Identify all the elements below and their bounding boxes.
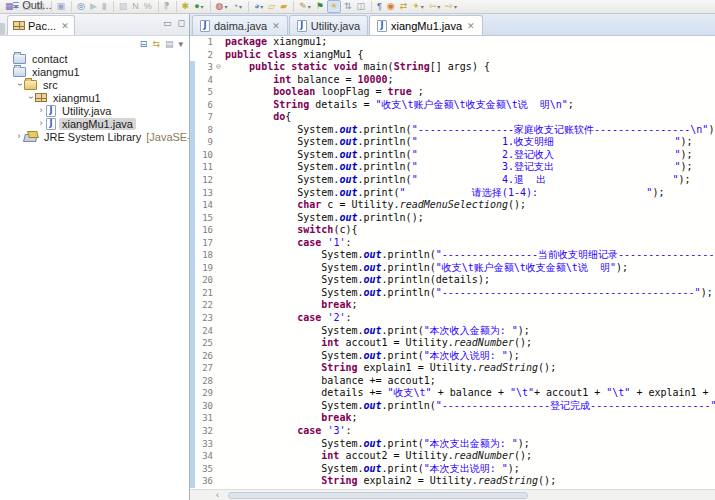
code-line[interactable]: 35 System.out.print("本次支出说明: "); [190, 463, 715, 476]
filters-icon[interactable]: ▤ [165, 39, 174, 49]
line-number[interactable]: 17 [195, 237, 216, 250]
line-number[interactable]: 33 [195, 438, 216, 451]
code-line[interactable]: 5 boolean loopFlag = true ; [190, 86, 715, 99]
tree-item-xiangmu1-java[interactable]: ›JxiangMu1.java [0, 117, 189, 130]
new-window-icon[interactable]: ◫ [354, 0, 367, 13]
dropdown-arrow-icon[interactable]: ▾ [437, 3, 440, 10]
line-number[interactable]: 2 [195, 49, 216, 62]
code-line[interactable]: 33 System.out.print("本次支出金额为: "); [190, 438, 715, 451]
line-number[interactable]: 5 [195, 86, 216, 99]
code-line[interactable]: 18 System.out.println("----------------当… [190, 249, 715, 262]
editor-tab-xiangmu1[interactable]: JxiangMu1.java✕ [369, 15, 482, 35]
code-line[interactable]: 24 System.out.print("本次收入金额为: "); [190, 325, 715, 338]
code-line[interactable]: 4 int balance = 10000; [190, 74, 715, 87]
line-number[interactable]: 36 [195, 475, 216, 488]
line-number[interactable]: 32 [195, 425, 216, 438]
dropdown-arrow-icon[interactable]: ▾ [260, 3, 263, 10]
scrollbar-thumb[interactable] [228, 492, 528, 499]
run-icon[interactable]: ●▾ [192, 0, 205, 13]
code-line[interactable]: 23 case '2': [190, 312, 715, 325]
line-number[interactable]: 26 [195, 350, 216, 363]
code-line[interactable]: 6 String details = "收支\t账户金额\t收支金额\t说 明\… [190, 99, 715, 112]
line-number[interactable]: 8 [195, 124, 216, 137]
line-number[interactable]: 21 [195, 287, 216, 300]
link-icon[interactable]: ⇄ [398, 0, 410, 13]
code-line[interactable]: 34 int accout2 = Utility.readNumber(); [190, 450, 715, 463]
code-line[interactable]: 19 System.out.println("收支\t账户金额\t收支金额\t说… [190, 262, 715, 275]
line-number[interactable]: 1 [195, 36, 216, 49]
edit-pencil-icon[interactable]: ✎▾ [297, 0, 313, 13]
tree-item-xiangmu1[interactable]: ›xiangmu1 [0, 91, 189, 104]
line-number[interactable]: 31 [195, 412, 216, 425]
code-line[interactable]: 11 System.out.println(" 3.登记支出 "); [190, 161, 715, 174]
line-number[interactable]: 6 [195, 99, 216, 112]
dropdown-arrow-icon[interactable]: ▾ [201, 3, 204, 10]
web-browser-icon[interactable]: ◔▾ [230, 0, 243, 13]
line-number[interactable]: 23 [195, 312, 216, 325]
skip-breakpoints-icon[interactable]: ▶ [88, 0, 99, 13]
server-icon[interactable]: ◕▾ [252, 0, 265, 13]
line-number[interactable]: 7 [195, 111, 216, 124]
open-resource-icon[interactable]: ▰ [278, 0, 289, 13]
code-line[interactable]: 12 System.out.println(" 4.退 出 "); [190, 174, 715, 187]
editor-tab-daima[interactable]: Jdaima.java✕ [192, 15, 288, 35]
code-line[interactable]: 3⊖ public static void main(String[] args… [190, 61, 715, 74]
show-whitespace-icon[interactable]: ¶ [375, 0, 384, 13]
external-tools-icon[interactable]: ✱ [180, 0, 192, 13]
dropdown-arrow-icon[interactable]: ▾ [421, 3, 424, 10]
line-number[interactable]: 28 [195, 375, 216, 388]
line-number[interactable]: 16 [195, 224, 216, 237]
code-line[interactable]: 32 case '3': [190, 425, 715, 438]
close-icon[interactable]: ✕ [61, 21, 69, 31]
tree-item-contact[interactable]: contact [0, 52, 189, 65]
line-number[interactable]: 25 [195, 337, 216, 350]
tree-item-utility-java[interactable]: ›JUtility.java [0, 104, 189, 117]
code-line[interactable]: 17 case '1': [190, 237, 715, 250]
collapsed-arrow-icon[interactable]: › [36, 104, 46, 117]
code-line[interactable]: 28 balance += accout1; [190, 375, 715, 388]
scroll-left-icon[interactable]: ‹ [216, 490, 219, 500]
collapsed-arrow-icon[interactable]: › [36, 117, 46, 130]
dropdown-arrow-icon[interactable]: ▾ [239, 3, 242, 10]
next-annotation-icon[interactable]: N [130, 0, 141, 13]
line-number[interactable]: 19 [195, 262, 216, 275]
code-line[interactable]: 22 break; [190, 299, 715, 312]
code-line[interactable]: 31 break; [190, 412, 715, 425]
line-number[interactable]: 22 [195, 299, 216, 312]
line-number[interactable]: 34 [195, 450, 216, 463]
line-number[interactable]: 27 [195, 362, 216, 375]
collapse-all-icon[interactable]: ⊟ [140, 39, 148, 49]
link-with-editor-icon[interactable]: ⇆ [152, 39, 160, 49]
line-number[interactable]: 3 [195, 61, 216, 74]
prev-annotation-icon[interactable]: % [142, 0, 154, 13]
code-line[interactable]: 9 System.out.println(" 1.收支明细 "); [190, 136, 715, 149]
code-line[interactable]: 8 System.out.println("----------------家庭… [190, 124, 715, 137]
close-icon[interactable]: ✕ [467, 21, 475, 31]
line-number[interactable]: 20 [195, 274, 216, 287]
view-tab-outline[interactable]: ☰Outl... [7, 0, 75, 15]
dropdown-arrow-icon[interactable]: ▾ [224, 3, 227, 10]
code-line[interactable]: 25 int accout1 = Utility.readNumber(); [190, 337, 715, 350]
sort-icon[interactable]: ⇅ [342, 0, 354, 13]
line-number[interactable]: 9 [195, 136, 216, 149]
code-line[interactable]: 7 do{ [190, 111, 715, 124]
forward-icon[interactable]: ⇦▾ [427, 0, 443, 13]
line-number[interactable]: 10 [195, 149, 216, 162]
line-number[interactable]: 30 [195, 400, 216, 413]
view-menu-icon[interactable]: ▾ [178, 39, 183, 49]
view-tab-package-explorer[interactable]: Pac...✕ [7, 15, 75, 35]
code-line[interactable]: 20 System.out.println(details); [190, 274, 715, 287]
close-icon[interactable]: ✕ [272, 21, 280, 31]
code-line[interactable]: 29 details += "收支\t" + balance + "\t"+ a… [190, 387, 715, 400]
code-line[interactable]: 14 char c = Utility.readMenuSelectiong()… [190, 199, 715, 212]
last-edit-icon[interactable]: ⁋ [162, 0, 172, 13]
build-icon[interactable]: ▨ [117, 0, 130, 13]
code-line[interactable]: 21 System.out.println("-----------------… [190, 287, 715, 300]
debug-icon[interactable]: ◍▾ [214, 0, 230, 13]
code-line[interactable]: 26 System.out.print("本次收入说明: "); [190, 350, 715, 363]
line-number[interactable]: 12 [195, 174, 216, 187]
plug-icon[interactable]: ⚑ [314, 0, 326, 13]
line-number[interactable]: 35 [195, 463, 216, 476]
code-line[interactable]: 15 System.out.println(); [190, 212, 715, 225]
tree-item-jre-system-library[interactable]: ›JRE System Library [JavaSE-1.8] [0, 130, 189, 143]
